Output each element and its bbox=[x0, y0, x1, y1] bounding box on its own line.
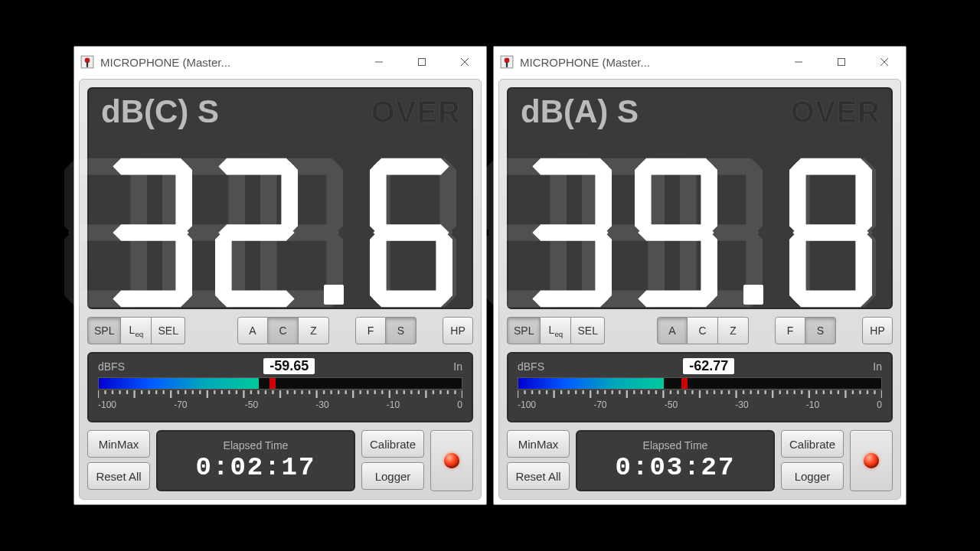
titlebar: MICROPHONE (Master... bbox=[494, 47, 906, 77]
app-icon bbox=[500, 55, 514, 69]
minimize-button[interactable] bbox=[780, 48, 817, 76]
dbfs-label: dBFS bbox=[518, 360, 544, 373]
weighting-z-button[interactable]: Z bbox=[718, 317, 749, 344]
level-scale: -100-70-50-30-100 bbox=[518, 399, 882, 410]
weighting-a-button[interactable]: A bbox=[657, 317, 688, 344]
digit-8 bbox=[786, 155, 876, 308]
spl-label: SPL bbox=[514, 324, 534, 337]
over-indicator: OVER bbox=[791, 95, 880, 129]
window-title: MICROPHONE (Master... bbox=[100, 56, 354, 69]
scale-label: -10 bbox=[387, 399, 400, 410]
logger-button[interactable]: Logger bbox=[781, 462, 844, 490]
level-scale: -100-70-50-30-100 bbox=[98, 399, 462, 410]
f-label: F bbox=[368, 324, 374, 337]
a-label: A bbox=[249, 324, 256, 337]
window-title: MICROPHONE (Master... bbox=[520, 56, 774, 69]
minmax-button[interactable]: MinMax bbox=[507, 430, 570, 458]
minmax-label: MinMax bbox=[99, 438, 139, 451]
app-icon bbox=[80, 55, 94, 69]
c-label: C bbox=[279, 324, 286, 337]
app-window: MICROPHONE (Master... dB(A) S OVER SPL L… bbox=[493, 46, 906, 505]
weighting-z-button[interactable]: Z bbox=[299, 317, 329, 344]
window-body: dB(A) S OVER SPL Leq SEL A C Z bbox=[498, 79, 901, 500]
level-ticks bbox=[98, 390, 462, 399]
level-meter-panel: dBFS -62.77 In -100-70-50-30-100 bbox=[507, 352, 893, 422]
in-label: In bbox=[873, 360, 882, 373]
maximize-button[interactable] bbox=[823, 48, 860, 76]
leq-label: Leq bbox=[549, 324, 564, 338]
record-led-icon bbox=[444, 453, 459, 468]
scale-label: -50 bbox=[665, 399, 678, 410]
scale-label: -10 bbox=[806, 399, 819, 410]
record-led-icon bbox=[864, 453, 879, 468]
decimal-point bbox=[317, 155, 351, 308]
minimize-button[interactable] bbox=[361, 48, 397, 76]
speed-s-button[interactable]: S bbox=[805, 317, 836, 344]
minmax-button[interactable]: MinMax bbox=[87, 430, 150, 458]
weighting-a-button[interactable]: A bbox=[237, 317, 268, 344]
spl-value bbox=[89, 142, 472, 308]
digit-3 bbox=[106, 155, 196, 308]
weighting-c-button[interactable]: C bbox=[268, 317, 299, 344]
weighting-c-button[interactable]: C bbox=[688, 317, 718, 344]
scale-label: -100 bbox=[98, 399, 116, 410]
level-meter-panel: dBFS -59.65 In -100-70-50-30-100 bbox=[87, 352, 473, 422]
spl-button[interactable]: SPL bbox=[87, 317, 121, 344]
resetall-label: Reset All bbox=[515, 470, 560, 483]
speed-s-button[interactable]: S bbox=[386, 317, 416, 344]
mode-button-row: SPL Leq SEL A C Z F S HP bbox=[87, 317, 473, 344]
a-label: A bbox=[668, 324, 675, 337]
calibrate-button[interactable]: Calibrate bbox=[361, 430, 424, 458]
elapsed-time-panel: Elapsed Time 0:02:17 bbox=[156, 430, 355, 491]
c-label: C bbox=[698, 324, 706, 337]
elapsed-value: 0:02:17 bbox=[196, 453, 316, 482]
leq-button[interactable]: Leq bbox=[541, 317, 571, 344]
dbfs-value: -59.65 bbox=[263, 358, 315, 374]
elapsed-time-panel: Elapsed Time 0:03:27 bbox=[576, 430, 775, 491]
svg-rect-2 bbox=[87, 62, 88, 67]
z-label: Z bbox=[730, 324, 737, 337]
record-button[interactable] bbox=[430, 430, 473, 491]
scale-label: 0 bbox=[877, 399, 882, 410]
z-label: Z bbox=[310, 324, 317, 337]
svg-rect-62 bbox=[838, 59, 845, 66]
level-meter-fill bbox=[518, 378, 664, 389]
level-meter bbox=[98, 377, 462, 390]
dbfs-label: dBFS bbox=[98, 360, 125, 373]
close-button[interactable] bbox=[446, 48, 483, 76]
hp-label: HP bbox=[450, 324, 465, 337]
digit-3 bbox=[525, 155, 616, 308]
s-label: S bbox=[817, 324, 824, 337]
svg-rect-60 bbox=[506, 62, 508, 67]
calibrate-button[interactable]: Calibrate bbox=[781, 430, 844, 458]
resetall-button[interactable]: Reset All bbox=[87, 462, 150, 490]
record-button[interactable] bbox=[850, 430, 893, 491]
sel-button[interactable]: SEL bbox=[152, 317, 185, 344]
resetall-button[interactable]: Reset All bbox=[507, 462, 570, 490]
speed-f-button[interactable]: F bbox=[355, 317, 386, 344]
mode-label: dB(C) S bbox=[101, 93, 219, 130]
elapsed-label: Elapsed Time bbox=[643, 439, 708, 452]
level-meter-peak bbox=[681, 378, 688, 389]
decimal-point bbox=[737, 155, 770, 308]
logger-button[interactable]: Logger bbox=[361, 462, 424, 490]
over-indicator: OVER bbox=[371, 95, 461, 129]
bottom-row: MinMax Reset All Elapsed Time 0:02:17 Ca… bbox=[87, 430, 473, 491]
maximize-button[interactable] bbox=[403, 48, 440, 76]
hp-button[interactable]: HP bbox=[443, 317, 473, 344]
sel-button[interactable]: SEL bbox=[571, 317, 604, 344]
leq-button[interactable]: Leq bbox=[121, 317, 152, 344]
close-button[interactable] bbox=[866, 48, 903, 76]
calibrate-label: Calibrate bbox=[789, 438, 835, 451]
spl-display: dB(C) S OVER bbox=[87, 87, 473, 309]
spl-button[interactable]: SPL bbox=[507, 317, 541, 344]
speed-f-button[interactable]: F bbox=[775, 317, 805, 344]
svg-rect-4 bbox=[419, 59, 426, 66]
logger-label: Logger bbox=[375, 470, 411, 483]
digit-2 bbox=[211, 155, 302, 308]
level-ticks bbox=[518, 390, 882, 399]
in-label: In bbox=[453, 360, 462, 373]
hp-button[interactable]: HP bbox=[862, 317, 893, 344]
s-label: S bbox=[397, 324, 404, 337]
sel-label: SEL bbox=[158, 324, 178, 337]
